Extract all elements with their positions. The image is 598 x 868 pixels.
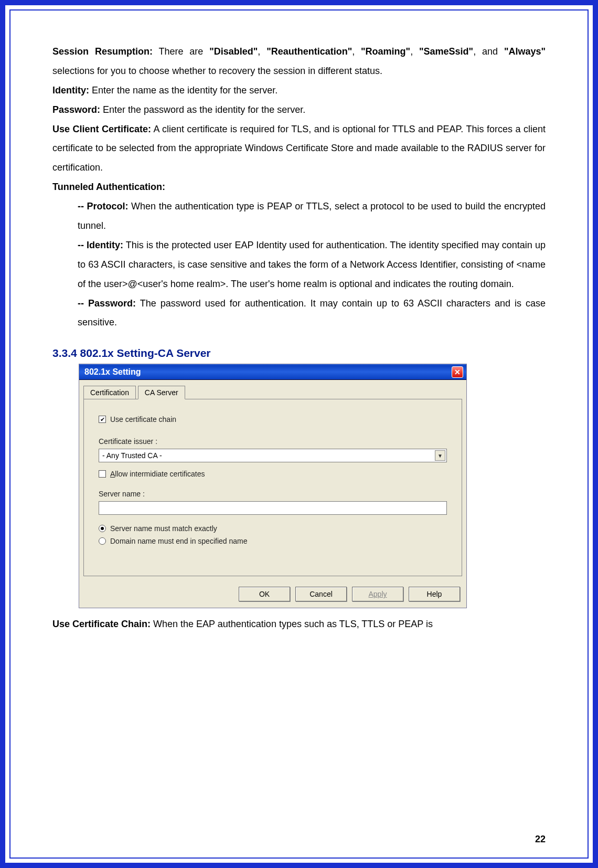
combo-cert-issuer[interactable]: - Any Trusted CA - ▼: [99, 449, 447, 462]
dialog-8021x-setting: 802.1x Setting ✕ Certification CA Server…: [79, 364, 467, 608]
close-button[interactable]: ✕: [452, 366, 463, 378]
close-icon: ✕: [454, 368, 461, 376]
tab-strip: Certification CA Server: [79, 380, 466, 399]
para-use-client-cert: Use Client Certificate: A client certifi…: [52, 120, 546, 178]
label-cert-issuer: Certificate issuer :: [99, 437, 447, 446]
checkbox-allow-intermediate[interactable]: [99, 470, 106, 478]
ok-button[interactable]: OK: [239, 587, 290, 601]
para-protocol: -- Protocol: When the authentication typ…: [52, 197, 546, 236]
label-domain-end: Domain name must end in specified name: [110, 537, 247, 545]
tab-certification[interactable]: Certification: [83, 386, 136, 399]
page-number: 22: [535, 834, 546, 845]
label-session-resumption: Session Resumption:: [52, 46, 153, 57]
dialog-button-bar: OK Cancel Apply Help: [79, 581, 466, 608]
page-outer-frame: Session Resumption: There are "Disabled"…: [0, 0, 598, 868]
help-button[interactable]: Help: [409, 587, 460, 601]
radio-domain-end[interactable]: [99, 537, 106, 545]
label-use-cert-chain: Use certificate chain: [110, 415, 176, 424]
row-allow-intermediate: Allow intermidiate certificates: [99, 470, 447, 478]
row-use-cert-chain: Use certificate chain: [99, 415, 447, 424]
cancel-button[interactable]: Cancel: [295, 587, 347, 601]
page-inner-frame: Session Resumption: There are "Disabled"…: [9, 9, 589, 859]
para-identity: Identity: Enter the name as the identity…: [52, 81, 546, 100]
row-radio-exact: Server name must match exactly: [99, 524, 447, 533]
row-radio-domain: Domain name must end in specified name: [99, 537, 447, 545]
trailing-paragraph: Use Certificate Chain: When the EAP auth…: [52, 615, 546, 634]
dialog-titlebar: 802.1x Setting ✕: [79, 364, 466, 380]
apply-button[interactable]: Apply: [352, 587, 403, 601]
chevron-down-icon: ▼: [435, 450, 445, 461]
checkbox-use-cert-chain[interactable]: [99, 416, 106, 423]
dialog-title: 802.1x Setting: [84, 367, 141, 377]
tab-panel-ca-server: Use certificate chain Certificate issuer…: [83, 399, 462, 576]
para-tunneled-auth: Tunneled Authentication:: [52, 177, 546, 197]
combo-cert-issuer-value: - Any Trusted CA -: [102, 451, 162, 460]
label-allow-intermediate: Allow intermidiate certificates: [110, 470, 205, 478]
para-tunneled-identity: -- Identity: This is the protected user …: [52, 236, 546, 294]
body-text-block: Session Resumption: There are "Disabled"…: [52, 42, 546, 332]
input-server-name[interactable]: [99, 501, 447, 515]
label-use-cert-chain-trailing: Use Certificate Chain:: [52, 619, 151, 629]
tab-ca-server[interactable]: CA Server: [138, 386, 185, 399]
para-password: Password: Enter the password as the iden…: [52, 100, 546, 120]
para-session-resumption: Session Resumption: There are "Disabled"…: [52, 42, 546, 81]
radio-match-exactly[interactable]: [99, 525, 106, 532]
label-server-name: Server name :: [99, 490, 447, 498]
section-heading: 3.3.4 802.1x Setting-CA Server: [52, 347, 546, 359]
label-match-exactly: Server name must match exactly: [110, 524, 217, 533]
para-tunneled-password: -- Password: The password used for authe…: [52, 294, 546, 333]
